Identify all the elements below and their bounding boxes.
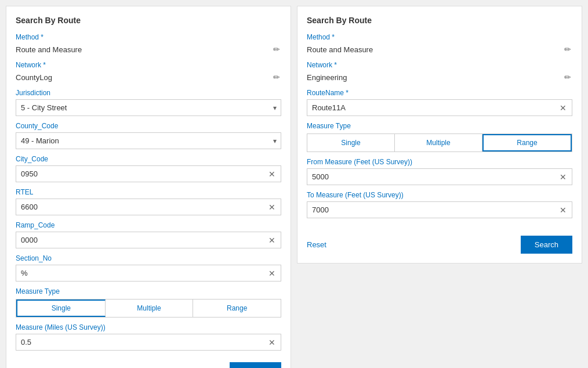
left-footer: Reset Search [16, 362, 281, 368]
left-rtel-input-wrapper: ✕ [16, 199, 281, 215]
right-footer: Reset Search [307, 236, 572, 254]
left-measure-type-label: Measure Type [16, 287, 281, 295]
right-panel-title: Search By Route [307, 16, 572, 25]
left-measure-input-wrapper: ✕ [16, 334, 281, 351]
left-measure-type-section: Measure Type Single Multiple Range [16, 287, 281, 318]
right-panel: Search By Route Method * Route and Measu… [297, 6, 582, 264]
right-method-value: Route and Measure [307, 45, 563, 54]
left-ramp-code-input[interactable] [16, 232, 281, 248]
right-from-measure-input-wrapper: ✕ [307, 168, 572, 185]
left-county-code-select-wrapper: 49 - Marion 1 - Adams 2 - Allen ▾ [16, 132, 281, 149]
right-reset-button[interactable]: Reset [307, 238, 326, 251]
left-county-code-select[interactable]: 49 - Marion 1 - Adams 2 - Allen [16, 132, 281, 149]
left-ramp-code-label: Ramp_Code [16, 221, 281, 229]
right-route-name-input[interactable] [307, 99, 572, 116]
left-measure-tabs: Single Multiple Range [16, 299, 281, 318]
right-route-name-label: RouteName * [307, 89, 572, 97]
right-measure-type-section: Measure Type Single Multiple Range [307, 122, 572, 152]
left-section-no-label: Section_No [16, 254, 281, 262]
right-to-measure-input-wrapper: ✕ [307, 201, 572, 218]
left-measure-input[interactable] [16, 334, 281, 351]
right-from-measure-field: From Measure (Feet (US Survey)) ✕ [307, 158, 572, 185]
left-section-no-clear-button[interactable]: ✕ [266, 268, 278, 279]
left-network-value: CountyLog [16, 73, 272, 82]
left-ramp-code-input-wrapper: ✕ [16, 232, 281, 248]
left-measure-clear-button[interactable]: ✕ [266, 337, 278, 348]
left-network-edit-button[interactable]: ✏ [272, 71, 281, 83]
left-county-code-label: County_Code [16, 122, 281, 130]
left-method-value: Route and Measure [16, 45, 272, 54]
left-reset-button[interactable]: Reset [16, 365, 35, 368]
right-to-measure-field: To Measure (Feet (US Survey)) ✕ [307, 191, 572, 218]
left-rtel-input[interactable] [16, 199, 281, 215]
left-search-button[interactable]: Search [230, 362, 281, 368]
left-measure-tab-range[interactable]: Range [193, 300, 281, 317]
right-measure-tabs: Single Multiple Range [307, 134, 572, 152]
left-method-edit-button[interactable]: ✏ [272, 44, 281, 55]
right-method-row: Route and Measure ✏ [307, 44, 572, 55]
left-city-code-field: City_Code ✕ [16, 155, 281, 182]
left-jurisdiction-label: Jurisdiction [16, 89, 281, 97]
left-panel: Search By Route Method * Route and Measu… [6, 6, 291, 368]
right-network-row: Engineering ✏ [307, 71, 572, 83]
left-ramp-code-clear-button[interactable]: ✕ [266, 235, 278, 246]
left-method-row: Route and Measure ✏ [16, 44, 281, 55]
right-network-label: Network * [307, 61, 572, 69]
left-network-label: Network * [16, 61, 281, 69]
left-county-code-field: County_Code 49 - Marion 1 - Adams 2 - Al… [16, 122, 281, 149]
right-route-name-clear-button[interactable]: ✕ [557, 103, 569, 113]
left-method-label: Method * [16, 33, 281, 41]
left-rtel-clear-button[interactable]: ✕ [266, 202, 278, 212]
left-network-row: CountyLog ✏ [16, 71, 281, 83]
right-from-measure-label: From Measure (Feet (US Survey)) [307, 158, 572, 166]
right-network-field: Network * Engineering ✏ [307, 61, 572, 83]
right-to-measure-input[interactable] [307, 201, 572, 218]
right-route-name-input-wrapper: ✕ [307, 99, 572, 116]
right-method-label: Method * [307, 33, 572, 41]
right-route-name-field: RouteName * ✕ [307, 89, 572, 116]
left-city-code-input-wrapper: ✕ [16, 165, 281, 182]
left-measure-field: Measure (Miles (US Survey)) ✕ [16, 323, 281, 351]
left-city-code-clear-button[interactable]: ✕ [266, 169, 278, 179]
left-section-no-input-wrapper: ✕ [16, 265, 281, 282]
right-measure-tab-range[interactable]: Range [482, 134, 572, 151]
right-measure-tab-multiple[interactable]: Multiple [395, 134, 482, 151]
right-method-field: Method * Route and Measure ✏ [307, 33, 572, 55]
left-section-no-input[interactable] [16, 265, 281, 282]
left-section-no-field: Section_No ✕ [16, 254, 281, 282]
left-jurisdiction-select-wrapper: 5 - City Street 1 - State 2 - County 3 -… [16, 99, 281, 116]
left-network-field: Network * CountyLog ✏ [16, 61, 281, 83]
left-rtel-label: RTEL [16, 188, 281, 196]
right-to-measure-clear-button[interactable]: ✕ [557, 205, 569, 215]
right-measure-tab-single[interactable]: Single [307, 134, 395, 151]
left-method-field: Method * Route and Measure ✏ [16, 33, 281, 55]
right-from-measure-clear-button[interactable]: ✕ [557, 172, 569, 182]
left-city-code-label: City_Code [16, 155, 281, 163]
right-network-value: Engineering [307, 73, 563, 82]
left-panel-title: Search By Route [16, 16, 281, 25]
right-method-edit-button[interactable]: ✏ [563, 44, 572, 55]
right-search-button[interactable]: Search [521, 236, 572, 254]
left-jurisdiction-select[interactable]: 5 - City Street 1 - State 2 - County 3 -… [16, 99, 281, 116]
left-ramp-code-field: Ramp_Code ✕ [16, 221, 281, 248]
left-jurisdiction-field: Jurisdiction 5 - City Street 1 - State 2… [16, 89, 281, 116]
right-network-edit-button[interactable]: ✏ [563, 71, 572, 83]
left-measure-label: Measure (Miles (US Survey)) [16, 323, 281, 331]
right-to-measure-label: To Measure (Feet (US Survey)) [307, 191, 572, 199]
left-rtel-field: RTEL ✕ [16, 188, 281, 215]
right-measure-type-label: Measure Type [307, 122, 572, 130]
left-measure-tab-multiple[interactable]: Multiple [106, 300, 194, 317]
left-city-code-input[interactable] [16, 165, 281, 182]
right-from-measure-input[interactable] [307, 168, 572, 185]
left-measure-tab-single[interactable]: Single [16, 300, 106, 317]
